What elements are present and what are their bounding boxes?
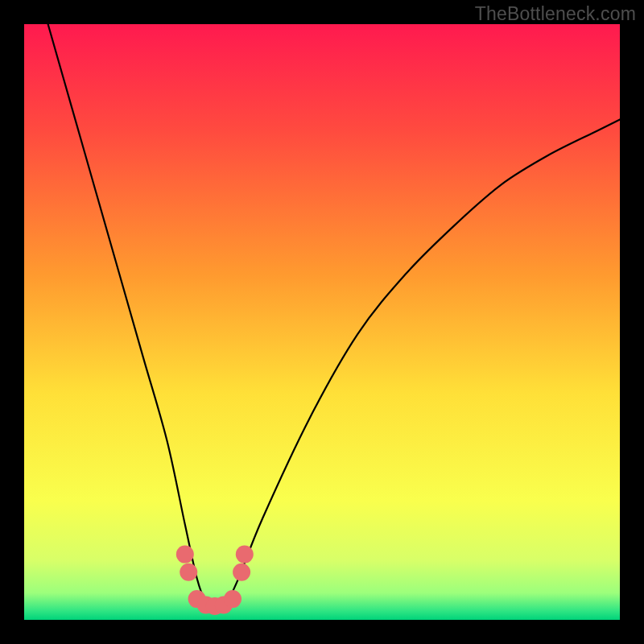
- chart-frame: TheBottleneck.com: [0, 0, 644, 644]
- watermark-text: TheBottleneck.com: [475, 3, 636, 25]
- highlight-dot: [180, 564, 197, 581]
- plot-area: [24, 24, 620, 620]
- gradient-background: [24, 24, 620, 620]
- highlight-dot: [176, 546, 194, 564]
- highlight-dot: [236, 546, 254, 564]
- bottleneck-chart: [24, 24, 620, 620]
- highlight-dot: [224, 590, 242, 608]
- highlight-dot: [233, 564, 250, 581]
